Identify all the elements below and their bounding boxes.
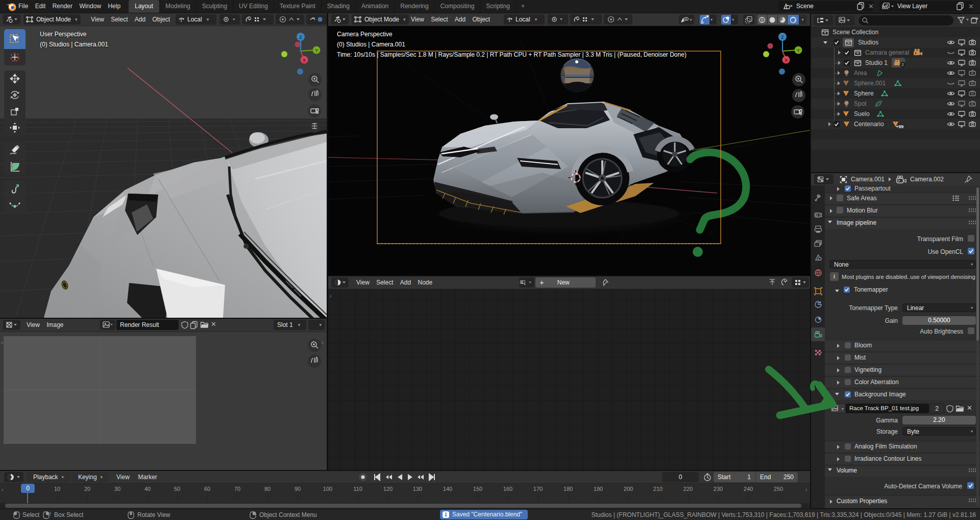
svg-text:Y: Y [315, 48, 318, 53]
svg-text:Y: Y [797, 48, 800, 53]
svg-text:Z: Z [299, 35, 302, 40]
svg-text:X: X [785, 58, 788, 63]
svg-text:X: X [303, 58, 306, 63]
svg-text:Z: Z [781, 35, 784, 40]
